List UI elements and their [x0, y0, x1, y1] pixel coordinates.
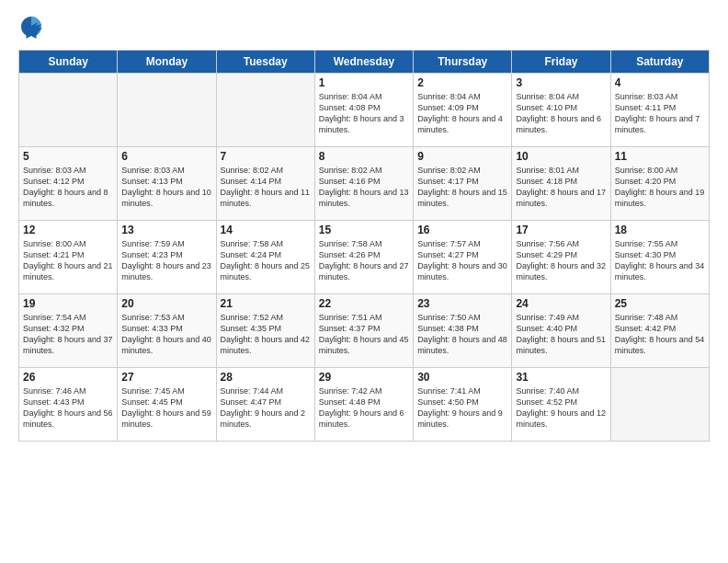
calendar-cell: 1Sunrise: 8:04 AMSunset: 4:08 PMDaylight…	[314, 74, 413, 147]
cell-info: Sunrise: 8:03 AMSunset: 4:12 PMDaylight:…	[23, 165, 113, 210]
calendar-cell: 21Sunrise: 7:52 AMSunset: 4:35 PMDayligh…	[216, 294, 314, 368]
cell-info: Sunrise: 8:03 AMSunset: 4:13 PMDaylight:…	[121, 165, 211, 210]
day-header-tuesday: Tuesday	[216, 51, 314, 74]
page: SundayMondayTuesdayWednesdayThursdayFrid…	[0, 0, 728, 563]
logo-icon	[18, 15, 44, 40]
day-number: 3	[516, 76, 606, 89]
calendar-cell: 28Sunrise: 7:44 AMSunset: 4:47 PMDayligh…	[216, 368, 314, 442]
calendar-cell	[216, 74, 314, 147]
calendar-cell: 10Sunrise: 8:01 AMSunset: 4:18 PMDayligh…	[512, 147, 610, 221]
calendar-week-2: 5Sunrise: 8:03 AMSunset: 4:12 PMDaylight…	[19, 147, 710, 221]
day-number: 6	[121, 150, 211, 163]
calendar-cell	[118, 74, 216, 147]
day-number: 29	[319, 371, 409, 384]
calendar-cell: 22Sunrise: 7:51 AMSunset: 4:37 PMDayligh…	[314, 294, 413, 368]
cell-info: Sunrise: 8:04 AMSunset: 4:08 PMDaylight:…	[319, 91, 409, 136]
calendar-cell: 5Sunrise: 8:03 AMSunset: 4:12 PMDaylight…	[19, 147, 118, 221]
day-number: 15	[319, 224, 409, 236]
day-number: 23	[417, 297, 507, 310]
day-number: 19	[23, 297, 113, 310]
day-number: 26	[23, 371, 113, 384]
day-number: 4	[615, 76, 705, 89]
calendar-cell: 26Sunrise: 7:46 AMSunset: 4:43 PMDayligh…	[19, 368, 118, 442]
calendar-cell: 7Sunrise: 8:02 AMSunset: 4:14 PMDaylight…	[216, 147, 314, 221]
day-header-sunday: Sunday	[19, 51, 118, 74]
day-number: 27	[121, 371, 211, 384]
day-number: 12	[23, 224, 113, 236]
calendar-cell: 19Sunrise: 7:54 AMSunset: 4:32 PMDayligh…	[19, 294, 118, 368]
calendar-cell: 6Sunrise: 8:03 AMSunset: 4:13 PMDaylight…	[118, 147, 216, 221]
cell-info: Sunrise: 7:52 AMSunset: 4:35 PMDaylight:…	[221, 312, 311, 357]
cell-info: Sunrise: 7:59 AMSunset: 4:23 PMDaylight:…	[121, 238, 211, 283]
calendar-cell: 14Sunrise: 7:58 AMSunset: 4:24 PMDayligh…	[216, 221, 314, 294]
cell-info: Sunrise: 8:01 AMSunset: 4:18 PMDaylight:…	[516, 165, 606, 210]
cell-info: Sunrise: 7:46 AMSunset: 4:43 PMDaylight:…	[23, 385, 113, 431]
calendar-cell: 15Sunrise: 7:58 AMSunset: 4:26 PMDayligh…	[314, 221, 413, 294]
calendar-cell: 17Sunrise: 7:56 AMSunset: 4:29 PMDayligh…	[512, 221, 610, 294]
calendar-cell: 25Sunrise: 7:48 AMSunset: 4:42 PMDayligh…	[610, 294, 709, 368]
calendar-cell: 16Sunrise: 7:57 AMSunset: 4:27 PMDayligh…	[414, 221, 512, 294]
day-number: 10	[516, 150, 606, 163]
cell-info: Sunrise: 7:53 AMSunset: 4:33 PMDaylight:…	[121, 312, 211, 357]
day-number: 14	[221, 224, 311, 236]
day-header-friday: Friday	[512, 51, 610, 74]
calendar-cell: 24Sunrise: 7:49 AMSunset: 4:40 PMDayligh…	[512, 294, 610, 368]
cell-info: Sunrise: 7:51 AMSunset: 4:37 PMDaylight:…	[319, 312, 409, 357]
day-number: 5	[23, 150, 113, 163]
cell-info: Sunrise: 7:56 AMSunset: 4:29 PMDaylight:…	[516, 238, 606, 283]
day-number: 16	[417, 224, 507, 236]
logo	[18, 15, 48, 40]
calendar: SundayMondayTuesdayWednesdayThursdayFrid…	[18, 50, 710, 442]
cell-info: Sunrise: 8:02 AMSunset: 4:14 PMDaylight:…	[221, 165, 311, 210]
day-number: 31	[516, 371, 606, 384]
cell-info: Sunrise: 8:04 AMSunset: 4:09 PMDaylight:…	[417, 91, 507, 136]
cell-info: Sunrise: 7:40 AMSunset: 4:52 PMDaylight:…	[516, 385, 606, 431]
cell-info: Sunrise: 7:57 AMSunset: 4:27 PMDaylight:…	[417, 238, 507, 283]
cell-info: Sunrise: 7:45 AMSunset: 4:45 PMDaylight:…	[121, 385, 211, 431]
calendar-cell: 13Sunrise: 7:59 AMSunset: 4:23 PMDayligh…	[118, 221, 216, 294]
header	[18, 15, 710, 40]
calendar-week-1: 1Sunrise: 8:04 AMSunset: 4:08 PMDaylight…	[19, 74, 710, 147]
cell-info: Sunrise: 8:00 AMSunset: 4:21 PMDaylight:…	[23, 238, 113, 283]
cell-info: Sunrise: 8:02 AMSunset: 4:16 PMDaylight:…	[319, 165, 409, 210]
cell-info: Sunrise: 8:02 AMSunset: 4:17 PMDaylight:…	[417, 165, 507, 210]
calendar-cell: 27Sunrise: 7:45 AMSunset: 4:45 PMDayligh…	[118, 368, 216, 442]
day-header-saturday: Saturday	[610, 51, 709, 74]
day-number: 30	[417, 371, 507, 384]
day-number: 8	[319, 150, 409, 163]
calendar-cell: 29Sunrise: 7:42 AMSunset: 4:48 PMDayligh…	[314, 368, 413, 442]
cell-info: Sunrise: 8:03 AMSunset: 4:11 PMDaylight:…	[615, 91, 705, 136]
day-number: 20	[121, 297, 211, 310]
day-header-thursday: Thursday	[414, 51, 512, 74]
cell-info: Sunrise: 8:00 AMSunset: 4:20 PMDaylight:…	[615, 165, 705, 210]
day-number: 13	[121, 224, 211, 236]
day-number: 24	[516, 297, 606, 310]
calendar-cell: 8Sunrise: 8:02 AMSunset: 4:16 PMDaylight…	[314, 147, 413, 221]
day-number: 1	[319, 76, 409, 89]
cell-info: Sunrise: 7:54 AMSunset: 4:32 PMDaylight:…	[23, 312, 113, 357]
calendar-cell: 3Sunrise: 8:04 AMSunset: 4:10 PMDaylight…	[512, 74, 610, 147]
calendar-cell: 4Sunrise: 8:03 AMSunset: 4:11 PMDaylight…	[610, 74, 709, 147]
day-number: 25	[615, 297, 705, 310]
calendar-cell	[610, 368, 709, 442]
calendar-cell: 30Sunrise: 7:41 AMSunset: 4:50 PMDayligh…	[414, 368, 512, 442]
cell-info: Sunrise: 8:04 AMSunset: 4:10 PMDaylight:…	[516, 91, 606, 136]
cell-info: Sunrise: 7:41 AMSunset: 4:50 PMDaylight:…	[417, 385, 507, 431]
day-number: 21	[221, 297, 311, 310]
calendar-cell	[19, 74, 118, 147]
cell-info: Sunrise: 7:50 AMSunset: 4:38 PMDaylight:…	[417, 312, 507, 357]
calendar-week-5: 26Sunrise: 7:46 AMSunset: 4:43 PMDayligh…	[19, 368, 710, 442]
day-number: 18	[615, 224, 705, 236]
cell-info: Sunrise: 7:55 AMSunset: 4:30 PMDaylight:…	[615, 238, 705, 283]
calendar-week-3: 12Sunrise: 8:00 AMSunset: 4:21 PMDayligh…	[19, 221, 710, 294]
day-header-monday: Monday	[118, 51, 216, 74]
calendar-cell: 18Sunrise: 7:55 AMSunset: 4:30 PMDayligh…	[610, 221, 709, 294]
cell-info: Sunrise: 7:42 AMSunset: 4:48 PMDaylight:…	[319, 385, 409, 431]
cell-info: Sunrise: 7:58 AMSunset: 4:26 PMDaylight:…	[319, 238, 409, 283]
calendar-cell: 12Sunrise: 8:00 AMSunset: 4:21 PMDayligh…	[19, 221, 118, 294]
calendar-cell: 23Sunrise: 7:50 AMSunset: 4:38 PMDayligh…	[414, 294, 512, 368]
day-number: 9	[417, 150, 507, 163]
day-header-wednesday: Wednesday	[314, 51, 413, 74]
cell-info: Sunrise: 7:58 AMSunset: 4:24 PMDaylight:…	[221, 238, 311, 283]
calendar-cell: 31Sunrise: 7:40 AMSunset: 4:52 PMDayligh…	[512, 368, 610, 442]
